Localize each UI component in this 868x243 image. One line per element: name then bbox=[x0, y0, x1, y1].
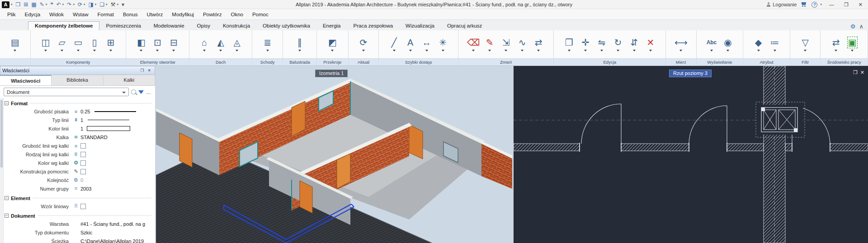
attribute-list-icon[interactable]: ≔ bbox=[767, 32, 783, 57]
viewport-3d[interactable]: Izometria 1 bbox=[156, 66, 512, 243]
workspace-swap-icon[interactable]: ⇄ bbox=[828, 32, 844, 57]
prop-row-kolor-linii[interactable]: Kolor linii 1 bbox=[5, 124, 155, 133]
checkbox[interactable] bbox=[80, 169, 86, 174]
menu-powtorz[interactable]: Powtórz bbox=[198, 10, 226, 19]
skylight-icon[interactable]: ◬ bbox=[229, 32, 245, 57]
more-button[interactable]: … bbox=[146, 89, 151, 95]
palette-close-icon[interactable]: ✕ bbox=[146, 68, 153, 73]
menu-wstaw[interactable]: Wstaw bbox=[68, 10, 93, 19]
element-properties-icon[interactable]: ▤ bbox=[7, 32, 23, 57]
menu-plik[interactable]: Plik bbox=[3, 10, 20, 19]
prop-row-warstwa[interactable]: Warstwa #41 - Ściany fund., podł. na g bbox=[5, 220, 155, 228]
menu-okno[interactable]: Okno bbox=[226, 10, 248, 19]
entity-swap-icon[interactable]: ⇄ bbox=[531, 32, 546, 57]
prop-row-typ-dokumentu[interactable]: Typ dokumentu Szkic bbox=[5, 228, 155, 237]
help-icon[interactable]: ? bbox=[811, 2, 817, 8]
tab-opisy[interactable]: Opisy bbox=[191, 22, 217, 30]
tab-biblioteka[interactable]: Biblioteka bbox=[52, 75, 103, 85]
palette-float-icon[interactable]: ❐ bbox=[138, 68, 146, 73]
update-3d-icon[interactable]: ⟳ bbox=[356, 32, 371, 57]
prop-row-kalka[interactable]: Kalka ≋ STANDARD bbox=[5, 133, 155, 141]
login-button[interactable]: Logowanie bbox=[766, 2, 797, 7]
checkbox[interactable] bbox=[80, 152, 86, 157]
palette-header[interactable]: Właściwości ❐ ✕ bbox=[0, 66, 155, 75]
line-icon[interactable]: ╱ bbox=[387, 32, 402, 57]
menu-utworz[interactable]: Utwórz bbox=[142, 10, 168, 19]
scope-select[interactable]: Dokument bbox=[4, 88, 129, 96]
tab-kalki[interactable]: Kalki bbox=[104, 75, 155, 85]
delete-segment-icon[interactable]: ⌫ bbox=[466, 32, 481, 57]
stretch-icon[interactable]: ⇲ bbox=[498, 32, 514, 57]
color-swatch[interactable] bbox=[87, 126, 130, 131]
roof-plane-icon[interactable]: ⌂ bbox=[197, 32, 212, 57]
plan-canvas[interactable] bbox=[514, 66, 868, 243]
tab-wlasciwosci[interactable]: Właściwości bbox=[0, 75, 52, 85]
filter-icon[interactable]: ▽ bbox=[797, 32, 813, 57]
tab-praca-zespolowa[interactable]: Praca zespołowa bbox=[347, 22, 400, 30]
rotate-icon[interactable]: ↻ bbox=[610, 32, 626, 57]
prop-row-typ-linii[interactable]: Typ linii ⩨ 1 bbox=[5, 116, 155, 124]
menu-pomoc[interactable]: Pomoc bbox=[248, 10, 273, 19]
checkbox[interactable] bbox=[80, 160, 86, 166]
move-icon[interactable]: ✛ bbox=[578, 32, 593, 57]
delete-icon[interactable]: ✕ bbox=[643, 32, 658, 57]
plan-close-icon[interactable]: ✕ bbox=[860, 70, 864, 75]
measure-icon[interactable]: ⟷ bbox=[673, 32, 689, 57]
checkbox[interactable] bbox=[80, 143, 86, 149]
visibility-icon[interactable]: ◉ bbox=[720, 32, 736, 57]
filter-icon[interactable] bbox=[138, 90, 144, 94]
prop-row-grubosc-wg-kalki[interactable]: Grubość linii wg kalki ≡ bbox=[5, 141, 155, 150]
recess-icon[interactable]: ⊟ bbox=[166, 32, 181, 57]
modify-points-icon[interactable]: ✎ bbox=[482, 32, 497, 57]
section-icon[interactable]: ◩ bbox=[325, 32, 340, 57]
prop-row-sciezka[interactable]: Ścieżka C:\Dane\Allplan\Allplan 2019 bbox=[5, 237, 155, 243]
section-format[interactable]: − Format bbox=[5, 98, 155, 107]
tab-wizualizacja[interactable]: Wizualizacja bbox=[399, 22, 441, 30]
tab-konstrukcja[interactable]: Konstrukcja bbox=[217, 22, 256, 30]
close-button[interactable]: ✕ bbox=[856, 0, 865, 9]
copy-icon[interactable]: ❐ bbox=[561, 32, 577, 57]
menu-edycja[interactable]: Edycja bbox=[20, 10, 45, 19]
symbol-icon[interactable]: ✳ bbox=[435, 32, 451, 57]
mirror-icon[interactable]: ⇋ bbox=[594, 32, 609, 57]
prop-row-grubosc-pisaka[interactable]: Grubość pisaka ≡ 0.25 bbox=[5, 107, 155, 116]
text-icon[interactable]: A bbox=[403, 32, 418, 57]
window-opening-icon[interactable]: ⊡ bbox=[150, 32, 165, 57]
scrollbar-thumb[interactable] bbox=[0, 100, 3, 168]
tab-energia[interactable]: Energia bbox=[316, 22, 347, 30]
menu-format[interactable]: Format bbox=[93, 10, 118, 19]
tab-pomieszczenia[interactable]: Pomieszczenia bbox=[99, 22, 147, 30]
section-dokument[interactable]: − Dokument bbox=[5, 210, 155, 220]
prop-row-numer-grupy[interactable]: Numer grupy ⌗ 2003 bbox=[5, 184, 155, 193]
plan-minimize-icon[interactable]: ❐ bbox=[853, 70, 858, 75]
prop-row-rodzaj-wg-kalki[interactable]: Rodzaj linii wg kalki ⩸ bbox=[5, 150, 155, 159]
checkbox[interactable] bbox=[80, 204, 86, 209]
attribute-tag-icon[interactable]: ◆ bbox=[751, 32, 766, 57]
selection-env-icon[interactable]: ▣ bbox=[844, 32, 860, 57]
restore-button[interactable]: ❐ bbox=[841, 0, 851, 9]
collapse-icon[interactable]: − bbox=[5, 101, 9, 105]
door-opening-icon[interactable]: ◧ bbox=[133, 32, 149, 57]
prop-row-wzor-liniowy[interactable]: Wzór liniowy ⠿ bbox=[5, 202, 155, 210]
text-display-icon[interactable]: Abc bbox=[704, 32, 719, 57]
prop-row-kolejnosc[interactable]: Kolejność ⧉ 0 bbox=[5, 176, 155, 184]
slab-icon[interactable]: ▱ bbox=[54, 32, 70, 57]
collapse-icon[interactable]: − bbox=[5, 196, 9, 200]
search-icon[interactable] bbox=[131, 89, 136, 94]
ribbon-collapse-icon[interactable]: ∧ bbox=[859, 23, 863, 29]
tab-obiekty-uzytkownika[interactable]: Obiekty użytkownika bbox=[256, 22, 316, 30]
collapse-icon[interactable]: − bbox=[5, 214, 9, 218]
column-icon[interactable]: ▯ bbox=[87, 32, 102, 57]
tab-modelowanie[interactable]: Modelowanie bbox=[147, 22, 191, 30]
downstand-beam-icon[interactable]: ▭ bbox=[71, 32, 86, 57]
shop-cart-icon[interactable] bbox=[801, 2, 807, 7]
minimize-button[interactable]: — bbox=[826, 0, 837, 9]
align-icon[interactable]: ⇵ bbox=[627, 32, 642, 57]
railing-icon[interactable]: ∥ bbox=[292, 32, 307, 57]
viewport-plan[interactable]: Rzut poziomy 3 ❐ ✕ bbox=[514, 66, 868, 243]
ribbon-settings-icon[interactable]: ⚙ bbox=[850, 23, 856, 29]
dimension-icon[interactable]: ↔ bbox=[419, 32, 434, 57]
spline-edit-icon[interactable]: ∿ bbox=[514, 32, 530, 57]
wall-icon[interactable]: ◫ bbox=[38, 32, 53, 57]
menu-bonus[interactable]: Bonus bbox=[118, 10, 142, 19]
